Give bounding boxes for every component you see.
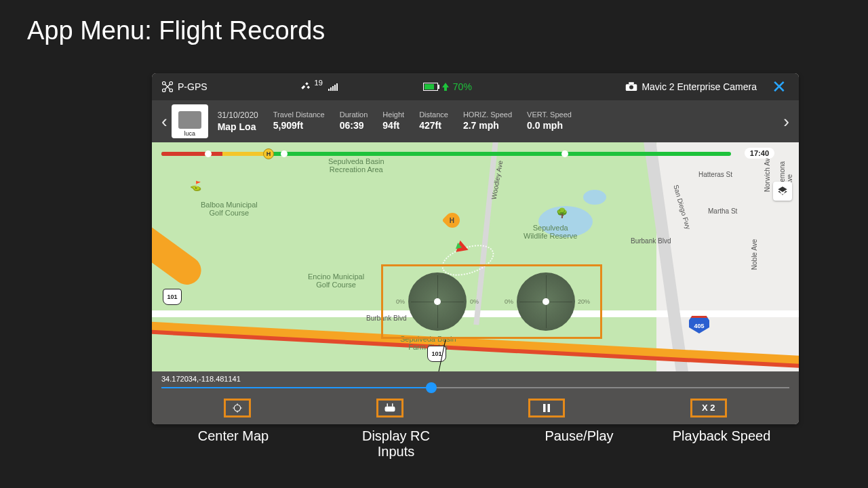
col-duration: Duration 06:39 [340,110,368,132]
playback-bar: 34.172034,-118.481141 X 2 [152,371,799,424]
display-rc-button[interactable] [376,399,403,418]
playback-scrubber[interactable] [161,384,789,391]
layers-icon [777,186,788,197]
record-date: 31/10/2020 [218,110,258,120]
signal-bars-icon [328,83,338,91]
col-height: Height 94ft [382,110,404,132]
map-layers-button[interactable] [773,182,792,201]
tree-icon: 🌳 [556,207,568,218]
satellite-count: 19 [315,79,323,87]
svg-rect-8 [384,406,395,411]
record-date-location: 31/10/2020 Map Loa [218,110,258,132]
street-burbank2: Burbank Blvd [631,237,671,245]
home-point-marker: H [445,213,460,232]
thumb-caption: luca [184,130,195,137]
col-travel-distance: Travel Distance 5,909ft [273,110,325,132]
caption-playback-speed: Playback Speed [654,428,789,460]
battery-percent: 70% [453,81,472,92]
next-record-button[interactable]: › [779,111,793,132]
drone-icon [161,81,174,93]
col-distance: Distance 427ft [419,110,448,132]
tree-icon: ⛳ [190,180,201,191]
svg-rect-12 [548,404,551,412]
svg-point-6 [629,85,633,89]
satellite-status: 19 [300,81,338,93]
battery-status: 70% [423,81,472,92]
camera-icon [625,82,637,92]
status-bar: P-GPS 19 70% Mavic 2 Enterprise Camera [152,73,799,100]
satellite-icon [300,81,312,93]
street-hatteras: Hatteras St [698,171,732,178]
button-captions: Center Map Display RC Inputs Pause/Play … [152,428,799,460]
street-noble: Noble Ave [751,239,758,270]
record-info-strip: ‹ luca 31/10/2020 Map Loa Travel Distanc… [152,100,799,142]
close-button[interactable]: ✕ [769,77,789,98]
map-view[interactable]: Sepulveda Basin Recreation Area Balboa M… [152,142,799,371]
svg-rect-9 [387,403,388,407]
shield-101: 101 [163,289,182,305]
record-columns: 31/10/2020 Map Loa Travel Distance 5,909… [218,110,780,132]
pause-icon [542,403,551,413]
playback-speed-button[interactable]: X 2 [690,399,727,418]
map-label-balboa-golf: Balboa Municipal Golf Course [201,201,258,217]
rc-stick-left: 0% 0% [408,272,467,331]
record-thumbnail[interactable]: luca [172,104,208,138]
flight-mode-label: P-GPS [178,81,208,92]
center-map-button[interactable] [224,399,251,418]
map-label-wildlife: Sepulveda Wildlife Reserve [524,224,577,240]
crosshair-icon [232,403,243,413]
col-vert-speed: VERT. Speed 0.0 mph [527,110,572,132]
prev-record-button[interactable]: ‹ [157,111,172,132]
svg-rect-10 [392,403,393,407]
street-norwich: Norwich Ave [764,155,771,192]
flight-mode: P-GPS [161,81,208,93]
street-martha: Martha St [708,207,737,215]
battery-up-icon [442,83,449,91]
timeline-home-marker: H [263,148,274,159]
caption-display-rc: Display RC Inputs [321,428,471,460]
col-horiz-speed: HORIZ. Speed 2.7 mph [463,110,512,132]
battery-icon [423,83,438,91]
svg-point-7 [235,405,241,411]
svg-rect-11 [543,404,546,412]
timeline-time: 17:40 [745,148,774,159]
svg-rect-5 [629,82,635,84]
camera-name-group: Mavic 2 Enterprise Camera [625,81,757,92]
map-label-sepulveda-rec: Sepulveda Basin Recreation Area [328,157,384,174]
record-location: Map Loa [218,121,258,132]
caption-pause-play: Pause/Play [511,428,647,460]
map-label-encino-golf: Encino Municipal Golf Course [308,272,364,289]
flight-record-app: P-GPS 19 70% Mavic 2 Enterprise Camera [152,73,799,424]
battery-timeline: H [161,152,731,156]
rc-input-overlay: 0% 0% 0% 20% [381,264,602,339]
caption-center-map: Center Map [172,428,294,460]
drone-thumb-icon [178,111,201,129]
rc-controller-icon [384,403,396,413]
rc-stick-right: 0% 20% [517,272,575,331]
camera-name: Mavic 2 Enterprise Camera [642,81,757,92]
slide-title: App Menu: Flight Records [27,16,325,45]
pause-play-button[interactable] [528,399,565,418]
gps-coordinates: 34.172034,-118.481141 [152,371,799,384]
